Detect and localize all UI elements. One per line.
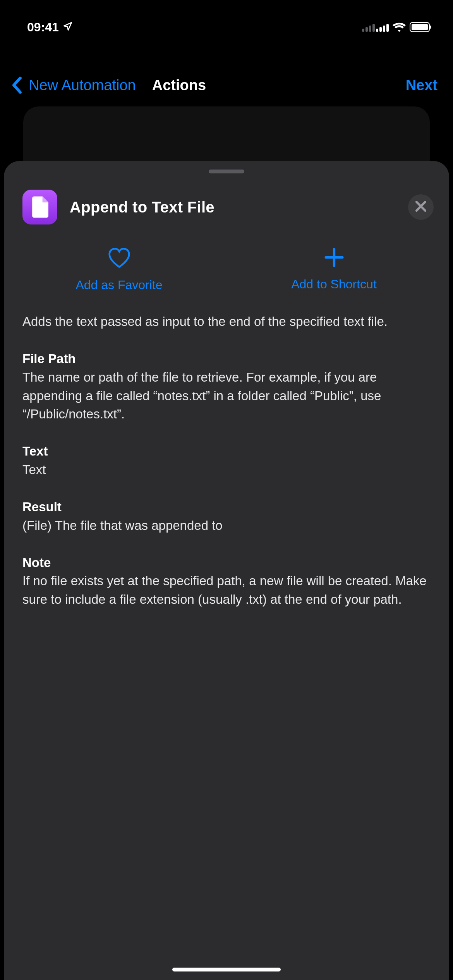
status-icons bbox=[362, 22, 430, 32]
heart-icon bbox=[108, 248, 130, 269]
add-favorite-label: Add as Favorite bbox=[76, 278, 162, 292]
sheet-header: Append to Text File bbox=[4, 190, 449, 224]
next-button[interactable]: Next bbox=[406, 77, 438, 94]
add-shortcut-label: Add to Shortcut bbox=[291, 277, 377, 291]
close-button[interactable] bbox=[408, 194, 434, 220]
nav-bar: New Automation Actions Next bbox=[0, 54, 453, 108]
battery-icon bbox=[410, 22, 430, 32]
wifi-icon bbox=[393, 22, 406, 32]
text-body: Text bbox=[22, 461, 431, 479]
sheet-title: Append to Text File bbox=[70, 199, 408, 216]
add-favorite-button[interactable]: Add as Favorite bbox=[12, 248, 226, 292]
file-path-body: The name or path of the file to retrieve… bbox=[22, 368, 431, 424]
location-icon bbox=[63, 20, 73, 34]
home-indicator[interactable] bbox=[172, 968, 281, 971]
note-label: Note bbox=[22, 553, 431, 572]
text-label: Text bbox=[22, 442, 431, 461]
result-body: (File) The file that was appended to bbox=[22, 516, 431, 535]
nav-title: Actions bbox=[152, 77, 206, 94]
status-bar: 09:41 bbox=[0, 0, 453, 54]
status-time: 09:41 bbox=[27, 20, 59, 34]
detail-sheet: Append to Text File Add as Favorite bbox=[4, 161, 449, 980]
actions-row: Add as Favorite Add to Shortcut bbox=[4, 224, 449, 312]
action-app-icon bbox=[22, 190, 57, 224]
chevron-back-icon bbox=[12, 77, 22, 94]
result-label: Result bbox=[22, 498, 431, 516]
details: Adds the text passed as input to the end… bbox=[4, 312, 449, 609]
status-time-group: 09:41 bbox=[27, 20, 73, 34]
sheet-grabber[interactable] bbox=[209, 170, 244, 173]
cellular-icon bbox=[362, 22, 389, 32]
back-button[interactable]: New Automation Actions bbox=[12, 77, 206, 94]
description-text: Adds the text passed as input to the end… bbox=[22, 312, 431, 331]
add-shortcut-button[interactable]: Add to Shortcut bbox=[226, 248, 441, 292]
close-icon bbox=[415, 201, 426, 213]
file-path-label: File Path bbox=[22, 350, 431, 368]
back-label: New Automation bbox=[29, 77, 136, 94]
note-body: If no file exists yet at the specified p… bbox=[22, 572, 431, 609]
plus-icon bbox=[324, 248, 344, 269]
